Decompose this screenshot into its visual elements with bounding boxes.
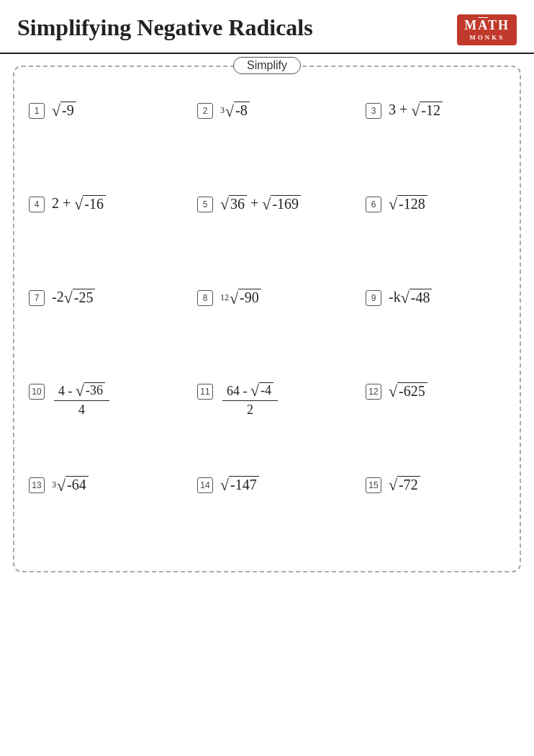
problem-expr-8: 12√-90 xyxy=(220,289,261,306)
problem-13: 13 3√-64 xyxy=(14,456,183,549)
problem-number-13: 13 xyxy=(29,477,45,493)
problem-9: 9 -k√-48 xyxy=(351,269,520,362)
problem-expr-12: √-625 xyxy=(389,382,427,400)
simplify-label: Simplify xyxy=(233,57,301,74)
problem-7: 7 -2√-25 xyxy=(14,269,183,362)
problem-1: 1 √-9 xyxy=(14,81,183,175)
problem-number-6: 6 xyxy=(366,197,381,212)
problem-expr-10: 4 - √-36 4 xyxy=(52,382,112,418)
problem-15: 15 √-72 xyxy=(351,456,520,549)
problem-number-1: 1 xyxy=(29,103,45,119)
logo-top: MATH xyxy=(464,19,510,33)
problem-expr-1: √-9 xyxy=(52,102,76,119)
problem-14: 14 √-147 xyxy=(183,456,351,549)
problem-expr-9: -k√-48 xyxy=(389,289,432,306)
problem-expr-2: 3√-8 xyxy=(220,102,250,119)
problem-expr-7: -2√-25 xyxy=(52,289,95,306)
problem-expr-13: 3√-64 xyxy=(52,476,89,493)
problem-number-12: 12 xyxy=(366,384,381,400)
problem-3: 3 3 + √-12 xyxy=(351,81,520,175)
problem-2: 2 3√-8 xyxy=(183,81,351,175)
problem-4: 4 2 + √-16 xyxy=(14,175,183,269)
problem-number-11: 11 xyxy=(197,384,213,400)
worksheet: Simplify 1 √-9 2 3√-8 3 3 + √-12 xyxy=(13,66,521,572)
problem-12: 12 √-625 xyxy=(351,362,520,456)
logo: MATH MONKS xyxy=(457,14,517,45)
page-header: Simplifying Negative Radicals MATH MONKS xyxy=(0,0,534,54)
problem-10: 10 4 - √-36 4 xyxy=(14,362,183,456)
problem-number-9: 9 xyxy=(366,290,381,306)
problem-8: 8 12√-90 xyxy=(183,269,351,362)
logo-bottom: MONKS xyxy=(469,34,504,41)
problem-number-5: 5 xyxy=(197,197,213,212)
problem-number-10: 10 xyxy=(29,384,45,400)
problem-expr-5: √36 + √-169 xyxy=(220,195,301,212)
problem-expr-11: 64 - √-4 2 xyxy=(220,382,280,418)
problem-number-3: 3 xyxy=(366,103,381,119)
problem-expr-3: 3 + √-12 xyxy=(389,102,443,119)
problem-number-8: 8 xyxy=(197,290,213,306)
page-title: Simplifying Negative Radicals xyxy=(17,14,313,41)
problem-5: 5 √36 + √-169 xyxy=(183,175,351,269)
problem-6: 6 √-128 xyxy=(351,175,520,269)
problem-expr-4: 2 + √-16 xyxy=(52,195,106,212)
problems-grid: 1 √-9 2 3√-8 3 3 + √-12 4 xyxy=(14,81,520,549)
problem-number-7: 7 xyxy=(29,290,45,306)
problem-11: 11 64 - √-4 2 xyxy=(183,362,351,456)
problem-number-15: 15 xyxy=(366,477,381,493)
problem-expr-15: √-72 xyxy=(389,476,420,493)
problem-number-2: 2 xyxy=(197,103,213,119)
problem-expr-14: √-147 xyxy=(220,476,259,493)
problem-expr-6: √-128 xyxy=(389,195,427,212)
problem-number-4: 4 xyxy=(29,197,45,212)
problem-number-14: 14 xyxy=(197,477,213,493)
